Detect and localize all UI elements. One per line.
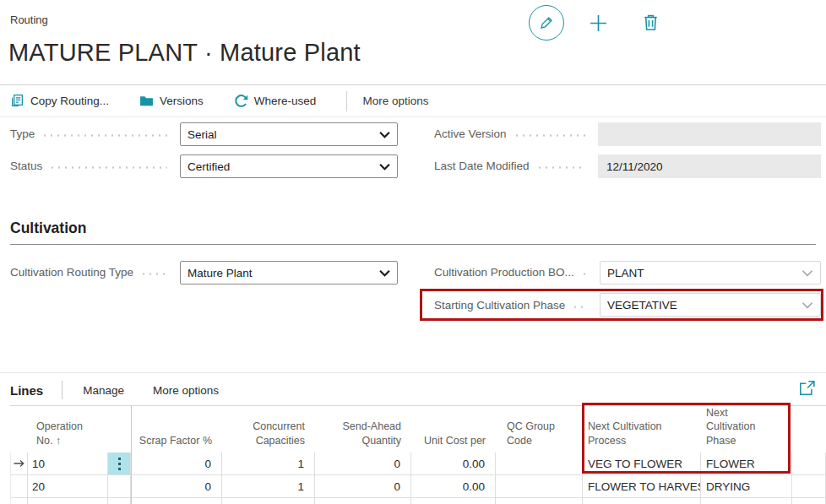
type-select[interactable]: Serial [180, 122, 398, 146]
cell-send-ahead-quantity[interactable] [315, 498, 411, 504]
chevron-down-icon [379, 269, 390, 277]
column-header-concurrent-capacities[interactable]: Concurrent Capacities [222, 406, 315, 454]
dotted-leader [536, 166, 586, 169]
chevron-down-icon [379, 163, 390, 171]
dotted-leader [514, 134, 586, 137]
status-label-row: Status [10, 160, 176, 172]
cell-next-cultivation-process[interactable] [583, 498, 701, 504]
lines-more-options-button[interactable]: More options [153, 384, 219, 397]
dotted-leader [572, 306, 588, 308]
cell-scrap-factor[interactable] [131, 498, 222, 504]
row-menu-cell [108, 475, 131, 498]
delete-button[interactable] [642, 14, 660, 31]
cultivation-routing-type-label-row: Cultivation Routing Type [10, 266, 176, 279]
cell-next-cultivation-phase-link[interactable]: FLOWER [701, 453, 792, 475]
plus-icon [589, 14, 608, 33]
active-version-label-row: Active Version [434, 127, 595, 140]
starting-cultivation-phase-select[interactable]: VEGETATIVE [600, 293, 821, 317]
cell-operation-no[interactable]: 10 [28, 453, 108, 475]
cell-unit-cost-per[interactable]: 0.00 [411, 453, 496, 475]
where-used-label: Where-used [254, 95, 317, 107]
last-date-modified-label: Last Date Modified [434, 160, 530, 172]
cultivation-production-bom-label: Cultivation Production BO... [434, 266, 574, 279]
lines-section-title[interactable]: Lines [10, 383, 43, 398]
copy-icon [10, 94, 24, 108]
cell-filler [792, 475, 826, 498]
dotted-leader [581, 273, 588, 275]
open-lines-in-window-button[interactable] [799, 380, 816, 397]
status-label: Status [10, 160, 42, 172]
cell-concurrent-capacities[interactable]: 1 [222, 475, 315, 498]
column-header-unit-cost-per[interactable]: Unit Cost per [411, 406, 496, 454]
current-row-indicator [10, 453, 28, 475]
column-header-send-ahead-quantity[interactable]: Send-Ahead Quantity [315, 406, 411, 454]
last-date-modified-field: 12/11/2020 [598, 154, 821, 178]
column-header-operation-no[interactable]: Operation No. ↑ [28, 406, 108, 454]
table-row-partial [10, 498, 826, 504]
column-header-next-cultivation-phase[interactable]: Next Cultivation Phase [701, 406, 792, 454]
freeze-pane-divider [131, 405, 132, 504]
cultivation-production-bom-value: PLANT [607, 267, 644, 279]
copy-routing-button[interactable]: Copy Routing... [10, 94, 109, 108]
column-header-row-menu [108, 406, 131, 454]
status-select[interactable]: Certified [180, 154, 398, 178]
cell-next-cultivation-process[interactable]: VEG TO FLOWER [583, 453, 701, 475]
cell-scrap-factor[interactable]: 0 [131, 475, 222, 498]
lines-table: Operation No. ↑ Scrap Factor % Concurren… [10, 405, 826, 504]
breadcrumb[interactable]: Routing [10, 14, 48, 26]
edit-button[interactable] [529, 5, 564, 41]
versions-label: Versions [160, 95, 204, 107]
cell-next-cultivation-phase-link[interactable]: DRYING [701, 475, 792, 498]
cell-qc-group-code[interactable] [496, 475, 583, 498]
cultivation-section-header[interactable]: Cultivation [10, 219, 816, 245]
cell-qc-group-code[interactable] [496, 453, 583, 475]
cultivation-production-bom-label-row: Cultivation Production BO... [434, 266, 596, 279]
column-header-filler [792, 406, 826, 454]
cell-next-cultivation-process[interactable]: FLOWER TO HARVEST [583, 475, 701, 498]
type-label-row: Type [10, 127, 176, 140]
column-header-scrap-factor[interactable]: Scrap Factor % [131, 406, 222, 454]
versions-button[interactable]: Versions [139, 94, 204, 108]
circular-arrows-icon [234, 94, 248, 108]
cell-qc-group-code[interactable] [496, 498, 583, 504]
cell-filler [792, 498, 826, 504]
more-options-button[interactable]: More options [362, 95, 428, 107]
cultivation-production-bom-select[interactable]: PLANT [600, 261, 821, 285]
row-menu-cell [108, 498, 131, 504]
cultivation-routing-type-label: Cultivation Routing Type [10, 266, 133, 279]
lines-divider [0, 372, 826, 373]
type-label: Type [10, 127, 35, 140]
dotted-leader [41, 134, 167, 137]
column-header-next-cultivation-process[interactable]: Next Cultivation Process [583, 406, 701, 454]
cell-next-cultivation-phase[interactable] [701, 498, 792, 504]
where-used-button[interactable]: Where-used [234, 94, 317, 108]
lines-toolbar: Lines Manage More options [10, 379, 816, 401]
cultivation-routing-type-select[interactable]: Mature Plant [180, 261, 398, 285]
copy-routing-label: Copy Routing... [30, 95, 109, 107]
cell-unit-cost-per[interactable] [411, 498, 496, 504]
type-value: Serial [187, 128, 217, 141]
cell-concurrent-capacities[interactable] [222, 498, 315, 504]
cell-operation-no[interactable] [28, 498, 108, 504]
last-date-modified-label-row: Last Date Modified [434, 160, 595, 172]
header-row-indicator [10, 406, 28, 454]
row-indicator [10, 475, 28, 498]
open-in-window-icon [799, 380, 815, 396]
active-version-label: Active Version [434, 127, 507, 140]
add-button[interactable] [589, 14, 608, 33]
lines-separator [62, 381, 62, 399]
row-menu-button[interactable] [108, 453, 131, 475]
cell-scrap-factor[interactable]: 0 [131, 453, 222, 475]
cell-operation-no[interactable]: 20 [28, 475, 108, 498]
cell-send-ahead-quantity[interactable]: 0 [315, 453, 411, 475]
starting-cultivation-phase-value: VEGETATIVE [607, 299, 677, 312]
cell-unit-cost-per[interactable]: 0.00 [411, 475, 496, 498]
cell-concurrent-capacities[interactable]: 1 [222, 453, 315, 475]
table-row: 20 0 1 0 0.00 FLOWER TO HARVEST DRYING [10, 475, 826, 498]
lines-manage-button[interactable]: Manage [83, 384, 124, 397]
column-header-qc-group-code[interactable]: QC Group Code [496, 406, 583, 454]
cell-send-ahead-quantity[interactable]: 0 [315, 475, 411, 498]
chevron-down-icon [379, 131, 390, 138]
row-indicator [10, 498, 28, 504]
last-date-modified-value: 12/11/2020 [606, 160, 663, 173]
